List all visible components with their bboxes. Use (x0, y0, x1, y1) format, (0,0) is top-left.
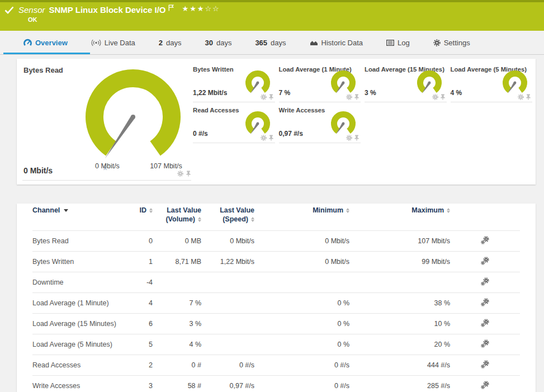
gauge-read-accesses: Read Accesses0 #/s (193, 102, 275, 143)
cell-minimum (254, 272, 349, 293)
gauge-load-average-1-minute: Load Average (1 Minute)7 % (279, 62, 361, 102)
status-check-icon (4, 6, 14, 14)
tab-overview[interactable]: Overview (23, 39, 68, 47)
tab-label: Historic Data (321, 39, 363, 47)
column-header-maximum[interactable]: Maximum (349, 204, 450, 231)
cell-channel-name: Bytes Read (32, 231, 122, 252)
gauge-value: 1,22 Mbit/s (193, 89, 227, 97)
cell-last-value-volume: 3 % (153, 314, 201, 334)
cell-last-value-volume: 0 # (153, 355, 201, 376)
channel-row-write-accesses: Write Accesses358 #0,97 #/s0 #/s285 #/s (32, 376, 520, 392)
column-header-last-value-volume[interactable]: Last Value(Volume) (153, 204, 201, 231)
tab-label: Live Data (105, 39, 135, 47)
gauge-settings-icon[interactable] (346, 94, 352, 100)
gauges-panel: Bytes Read x̄ 0 Mbit/s 107 Mbit/s 0 Mbit… (17, 59, 536, 185)
tab-historic-data[interactable]: Historic Data (310, 39, 363, 47)
sort-icon (251, 217, 254, 222)
gauge-settings-icon[interactable] (177, 171, 183, 177)
pin-icon[interactable] (268, 135, 274, 141)
pin-icon[interactable] (440, 94, 446, 100)
edit-channel-icon[interactable] (481, 236, 489, 244)
cell-last-value-volume: 7 % (153, 293, 201, 314)
cell-last-value-speed: 0,97 #/s (201, 376, 254, 392)
cell-id: 4 (122, 293, 153, 314)
gauge-value: 4 % (451, 89, 462, 97)
channel-row-read-accesses: Read Accesses20 #0 #/s0 #/s444 #/s (32, 355, 520, 376)
cell-last-value-volume: 8,71 MB (153, 252, 201, 272)
chart-icon (310, 39, 318, 46)
cell-maximum: 38 % (349, 293, 450, 314)
flag-icon[interactable] (168, 4, 174, 11)
tab-live-data[interactable]: Live Data (91, 39, 135, 47)
cell-minimum: 0 Mbit/s (254, 252, 349, 272)
cell-edit (450, 334, 520, 355)
gauge-settings-icon[interactable] (261, 94, 267, 100)
sensor-status-badge: OK (0, 16, 544, 23)
edit-channel-icon[interactable] (481, 339, 489, 348)
pin-icon[interactable] (354, 135, 359, 141)
gauge-scale-min: 0 Mbit/s (85, 162, 130, 170)
tab-30-days[interactable]: 30days (205, 39, 231, 47)
gauge-title: Bytes Written (193, 66, 234, 73)
column-header-minimum[interactable]: Minimum (254, 204, 349, 231)
tab-label: Overview (35, 39, 68, 47)
cell-edit (450, 314, 520, 334)
tab-label: days (271, 39, 286, 47)
tab-bar: OverviewLive Data2days30days365daysHisto… (0, 31, 544, 55)
gauge-scale-max: 107 Mbit/s (141, 162, 191, 170)
edit-channel-icon[interactable] (481, 360, 489, 369)
tab-label: days (216, 39, 231, 47)
gauge-load-average-15-minutes: Load Average (15 Minutes)3 % (365, 62, 447, 102)
pin-icon[interactable] (354, 94, 359, 100)
cell-id: 5 (122, 334, 153, 355)
pin-icon[interactable] (268, 94, 274, 100)
gauge-settings-icon[interactable] (432, 94, 438, 100)
sort-icon (346, 208, 349, 213)
gauge-dial: x̄ (80, 68, 186, 176)
cell-id: -4 (122, 272, 153, 293)
sensor-header: Sensor SNMP Linux Block Device I/O ★★★☆☆… (0, 0, 544, 31)
prtg-sensor-page: Sensor SNMP Linux Block Device I/O ★★★☆☆… (0, 0, 544, 392)
edit-channel-icon[interactable] (481, 277, 489, 286)
edit-channel-icon[interactable] (481, 298, 489, 306)
cell-last-value-volume: 58 # (153, 376, 201, 392)
priority-rating[interactable]: ★★★☆☆ (182, 4, 220, 13)
gauge-settings-icon[interactable] (518, 94, 524, 100)
gauge-icon (23, 39, 32, 46)
edit-channel-icon[interactable] (481, 257, 489, 265)
column-header-last-value-speed[interactable]: Last Value(Speed) (201, 204, 254, 231)
tab-2-days[interactable]: 2days (159, 39, 182, 47)
cell-last-value-speed: 0 Mbit/s (201, 231, 254, 252)
channel-row-downtime: Downtime-4 (32, 272, 520, 293)
edit-channel-icon[interactable] (481, 381, 489, 389)
cell-edit (450, 376, 520, 392)
cell-id: 6 (122, 314, 153, 334)
gauge-bytes-written: Bytes Written1,22 Mbit/s (193, 62, 275, 102)
channel-row-load-average-1-minute: Load Average (1 Minute)47 %0 %38 % (32, 293, 520, 314)
cell-edit (450, 252, 520, 272)
tab-log[interactable]: Log (386, 39, 410, 47)
column-header-channel[interactable]: Channel (32, 204, 122, 231)
cell-id: 3 (122, 376, 153, 392)
edit-channel-icon[interactable] (481, 319, 489, 327)
cell-id: 1 (122, 252, 153, 272)
cell-last-value-volume (153, 272, 201, 293)
cell-channel-name: Load Average (1 Minute) (32, 293, 122, 314)
gauge-title: Write Accesses (279, 107, 325, 114)
cell-last-value-speed (201, 314, 254, 334)
gauge-settings-icon[interactable] (346, 135, 352, 141)
cell-maximum (349, 272, 450, 293)
tab-settings[interactable]: Settings (433, 39, 470, 47)
gauge-grid: Bytes Written1,22 Mbit/sLoad Average (1 … (193, 62, 532, 143)
cell-minimum: 0 % (254, 293, 349, 314)
gauge-settings-icon[interactable] (261, 135, 267, 141)
pin-icon[interactable] (526, 94, 531, 100)
cell-last-value-speed (201, 334, 254, 355)
cell-edit (450, 355, 520, 376)
pin-icon[interactable] (186, 171, 191, 177)
cell-channel-name: Downtime (32, 272, 122, 293)
gauge-load-average-5-minutes: Load Average (5 Minutes)4 % (451, 62, 533, 102)
column-header-id[interactable]: ID (122, 204, 153, 231)
gauge-bytes-read: Bytes Read x̄ 0 Mbit/s 107 Mbit/s 0 Mbit… (22, 59, 191, 181)
tab-365-days[interactable]: 365days (255, 39, 286, 47)
